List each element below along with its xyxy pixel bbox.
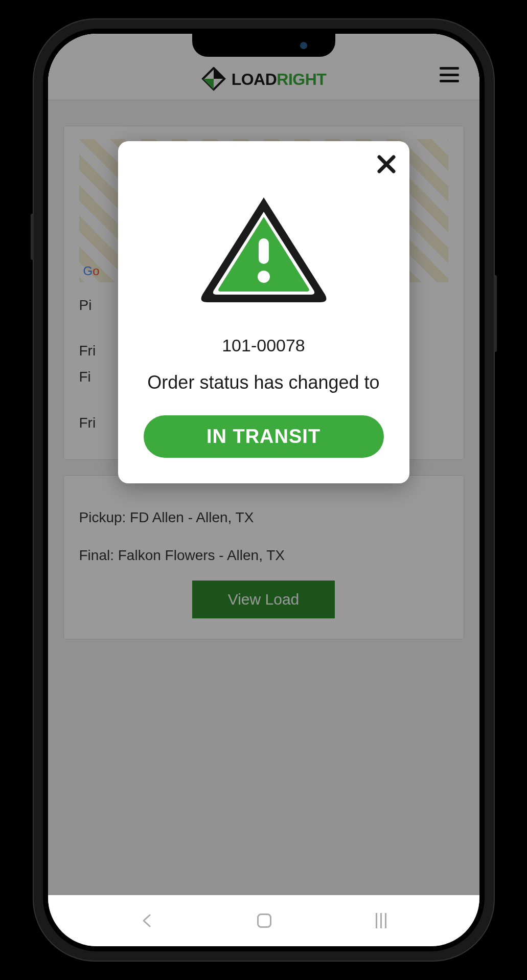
nav-recent-icon[interactable] <box>376 913 386 928</box>
phone-notch <box>192 34 335 57</box>
status-modal: 101-00078 Order status has changed to IN… <box>118 141 409 483</box>
phone-inner-frame: LOADRIGHT Go Pi Fri Fi Fr <box>43 29 485 951</box>
phone-screen: LOADRIGHT Go Pi Fri Fi Fr <box>48 34 479 946</box>
close-icon[interactable] <box>376 154 397 174</box>
svg-rect-2 <box>259 238 269 264</box>
warning-icon <box>192 187 335 310</box>
nav-home-icon[interactable] <box>257 914 271 928</box>
modal-message: Order status has changed to <box>139 371 389 395</box>
phone-frame: LOADRIGHT Go Pi Fri Fi Fr <box>34 19 494 961</box>
status-badge: IN TRANSIT <box>144 415 384 458</box>
nav-back-icon[interactable] <box>141 913 153 928</box>
android-nav-bar <box>48 895 479 946</box>
phone-power-button <box>494 275 497 352</box>
modal-order-id: 101-00078 <box>139 336 389 355</box>
svg-point-3 <box>258 271 270 283</box>
phone-side-button <box>31 214 34 260</box>
